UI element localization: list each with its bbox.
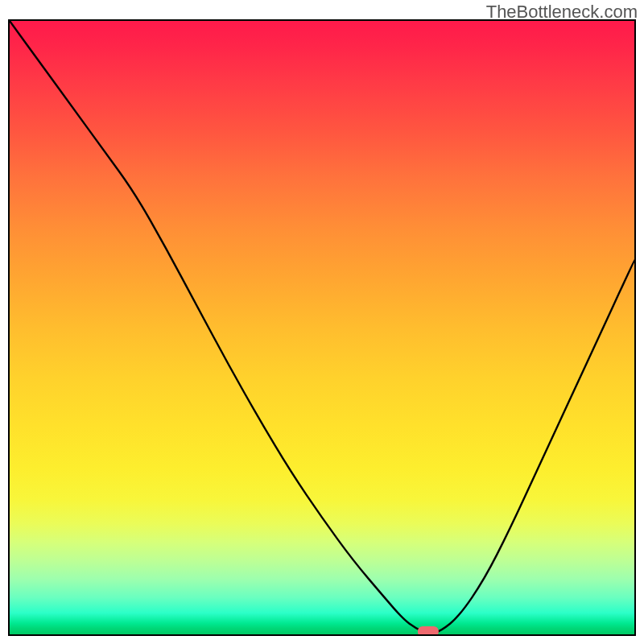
watermark-text: TheBottleneck.com	[486, 2, 638, 23]
chart-stage: TheBottleneck.com	[0, 0, 644, 644]
bottleneck-curve-path	[10, 21, 634, 634]
plot-frame	[8, 19, 636, 636]
chart-overlay-svg	[10, 21, 634, 634]
minimum-marker	[418, 626, 439, 634]
